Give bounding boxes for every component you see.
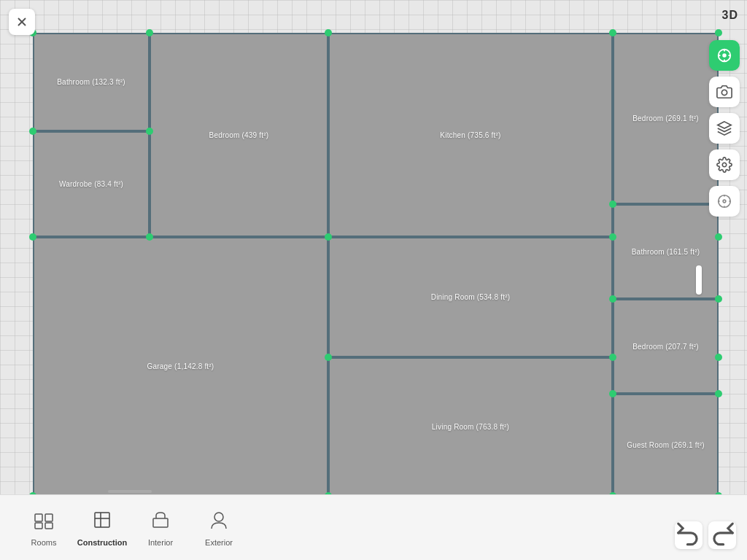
room-guest-room[interactable]: Guest Room (269.1 ft²) xyxy=(613,394,719,496)
svg-marker-9 xyxy=(718,122,731,128)
navigate-button[interactable] xyxy=(709,40,740,71)
intersection-dot-9 xyxy=(325,233,332,241)
tab-interior[interactable]: Interior xyxy=(131,502,190,553)
tab-rooms[interactable]: Rooms xyxy=(15,502,73,553)
tab-exterior[interactable]: Exterior xyxy=(190,502,248,553)
settings-button[interactable] xyxy=(709,149,740,180)
room-garage[interactable]: Garage (1,142.8 ft²) xyxy=(33,237,328,496)
svg-point-10 xyxy=(722,163,727,167)
intersection-dot-14 xyxy=(325,354,332,361)
rooms-icon xyxy=(32,508,55,534)
svg-rect-19 xyxy=(35,523,42,529)
undo-button[interactable] xyxy=(675,521,703,549)
room-bedroom-top-right[interactable]: Bedroom (269.1 ft²) xyxy=(613,33,719,204)
room-wardrobe[interactable]: Wardrobe (83.4 ft²) xyxy=(33,131,150,237)
room-bedroom-2[interactable]: Bedroom (207.7 ft²) xyxy=(613,299,719,394)
room-dining-room[interactable]: Dining Room (534.8 ft²) xyxy=(328,237,613,357)
room-label-bedroom-2: Bedroom (207.7 ft²) xyxy=(632,343,699,351)
intersection-dot-18 xyxy=(715,295,722,303)
exterior-icon xyxy=(207,508,231,534)
intersection-dot-16 xyxy=(715,354,722,361)
intersection-dot-7 xyxy=(29,233,36,241)
tab-label-exterior: Exterior xyxy=(205,538,233,547)
bottom-toolbar: RoomsConstructionInteriorExterior xyxy=(0,494,747,560)
intersection-dot-1 xyxy=(146,29,153,36)
undo-redo-container xyxy=(675,521,736,549)
room-label-bathroom-1: Bathroom (132.3 ft²) xyxy=(57,78,125,86)
intersection-dot-6 xyxy=(146,128,153,135)
tab-construction[interactable]: Construction xyxy=(73,502,131,553)
intersection-dot-5 xyxy=(29,128,36,135)
layers-button[interactable] xyxy=(709,113,740,144)
room-bathroom-2[interactable]: Bathroom (161.5 ft²) xyxy=(613,204,719,299)
compass-button[interactable] xyxy=(709,186,740,217)
svg-rect-17 xyxy=(35,514,42,521)
intersection-dot-12 xyxy=(609,201,616,208)
room-label-living-room: Living Room (763.8 ft²) xyxy=(432,423,509,431)
intersection-dot-8 xyxy=(146,233,153,241)
room-label-bedroom-top-right: Bedroom (269.1 ft²) xyxy=(632,114,699,122)
view-3d-button[interactable]: 3D xyxy=(722,9,738,22)
intersection-dot-17 xyxy=(609,295,616,303)
redo-button[interactable] xyxy=(708,521,736,549)
close-button[interactable] xyxy=(9,9,35,35)
interior-icon xyxy=(149,508,172,534)
room-label-bedroom-1: Bedroom (439 ft²) xyxy=(209,131,269,139)
svg-point-11 xyxy=(719,195,731,208)
svg-rect-21 xyxy=(95,513,109,527)
tab-label-interior: Interior xyxy=(148,538,173,547)
floorplan: Bathroom (132.3 ft²)Bedroom (439 ft²)Kit… xyxy=(33,33,719,496)
svg-rect-18 xyxy=(45,514,53,521)
room-label-garage: Garage (1,142.8 ft²) xyxy=(147,362,214,370)
right-toolbar xyxy=(709,40,740,217)
svg-point-8 xyxy=(721,90,727,95)
scroll-indicator xyxy=(108,490,152,493)
room-label-wardrobe: Wardrobe (83.4 ft²) xyxy=(59,180,123,188)
intersection-dot-23 xyxy=(609,390,616,397)
intersection-dot-4 xyxy=(715,29,722,36)
svg-rect-24 xyxy=(153,518,168,527)
intersection-dot-11 xyxy=(715,233,722,241)
svg-rect-20 xyxy=(45,523,53,529)
room-living-room[interactable]: Living Room (763.8 ft²) xyxy=(328,357,613,496)
room-bathroom-1[interactable]: Bathroom (132.3 ft²) xyxy=(33,33,150,131)
tab-label-construction: Construction xyxy=(77,538,127,547)
intersection-dot-24 xyxy=(715,390,722,397)
svg-point-7 xyxy=(723,54,726,57)
camera-button[interactable] xyxy=(709,77,740,107)
intersection-dot-2 xyxy=(325,29,332,36)
svg-point-12 xyxy=(723,200,726,203)
intersection-dot-15 xyxy=(609,354,616,361)
intersection-dot-10 xyxy=(609,233,616,241)
room-bedroom-1[interactable]: Bedroom (439 ft²) xyxy=(150,33,328,237)
room-label-bathroom-2: Bathroom (161.5 ft²) xyxy=(632,248,700,256)
construction-icon xyxy=(90,508,114,534)
tab-label-rooms: Rooms xyxy=(31,538,57,547)
room-kitchen[interactable]: Kitchen (735.6 ft²) xyxy=(328,33,613,237)
svg-point-25 xyxy=(214,513,223,521)
room-label-dining-room: Dining Room (534.8 ft²) xyxy=(431,293,511,301)
intersection-dot-3 xyxy=(609,29,616,36)
room-label-kitchen: Kitchen (735.6 ft²) xyxy=(440,131,500,139)
drag-handle[interactable] xyxy=(696,265,702,295)
room-label-guest-room: Guest Room (269.1 ft²) xyxy=(627,441,705,449)
